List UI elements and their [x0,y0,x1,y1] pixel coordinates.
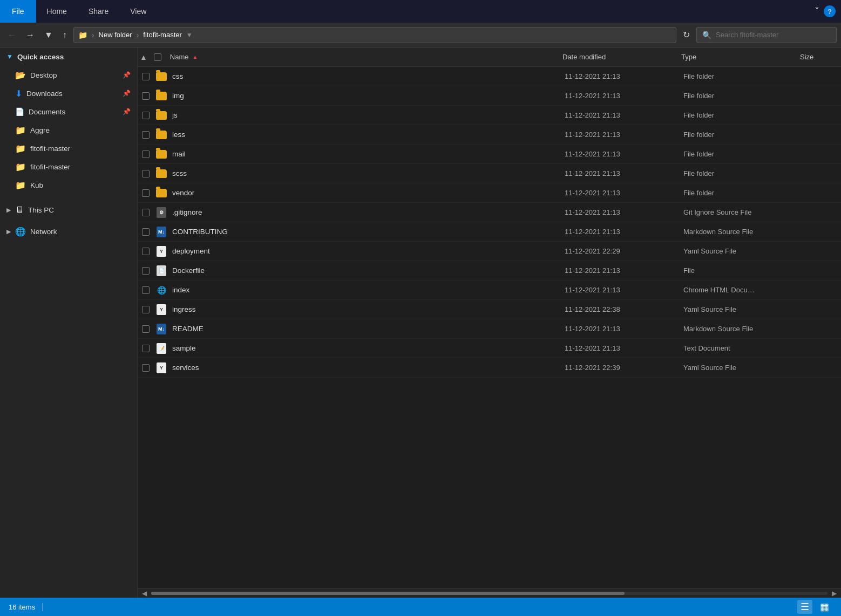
row-checkbox[interactable] [142,248,150,255]
row-file-type: File folder [679,92,798,100]
row-date-modified: 11-12-2021 21:13 [560,169,679,177]
hscroll-track[interactable] [151,592,828,595]
details-view-button[interactable]: ☰ [797,600,812,614]
statusbar-right: ☰ ▦ [797,600,832,614]
table-row[interactable]: img 11-12-2021 21:13 File folder [138,86,841,106]
row-checkbox[interactable] [142,267,150,275]
ribbon-file-tab[interactable]: File [0,0,36,23]
sidebar-item-fitofit2[interactable]: 📁 fitofit-master [0,158,137,176]
row-checkbox-cell[interactable] [138,112,154,119]
sidebar-item-quick-access[interactable]: ▼ Quick access [0,47,137,66]
ribbon-view-tab[interactable]: View [119,0,157,23]
table-row[interactable]: ⚙ .gitignore 11-12-2021 21:13 Git Ignore… [138,203,841,222]
row-checkbox[interactable] [142,73,150,80]
table-row[interactable]: css 11-12-2021 21:13 File folder [138,67,841,86]
table-row[interactable]: M↓ CONTRIBUTING 11-12-2021 21:13 Markdow… [138,222,841,242]
row-checkbox[interactable] [142,228,150,236]
row-checkbox-cell[interactable] [138,131,154,139]
row-checkbox[interactable] [142,325,150,333]
row-checkbox[interactable] [142,92,150,100]
row-checkbox-cell[interactable] [138,286,154,294]
hscroll-left-button[interactable]: ◀ [140,590,149,597]
row-filename: mail [169,150,560,158]
row-file-type: File folder [679,111,798,119]
sort-indicator-icon: ▲ [193,54,198,60]
row-checkbox[interactable] [142,286,150,294]
ribbon-chevron-icon[interactable]: ˅ [815,5,819,17]
search-input[interactable] [716,31,831,39]
row-checkbox-cell[interactable] [138,325,154,333]
row-checkbox-cell[interactable] [138,248,154,255]
column-header-type[interactable]: Type [677,53,796,61]
table-row[interactable]: 📝 sample 11-12-2021 21:13 Text Document [138,339,841,358]
column-toggle-icon[interactable]: ▲ [140,53,147,61]
table-row[interactable]: Y services 11-12-2021 22:39 Yaml Source … [138,358,841,378]
row-checkbox-cell[interactable] [138,228,154,236]
row-checkbox[interactable] [142,209,150,216]
breadcrumb-bar[interactable]: 📁 › New folder › fitofit-master ▼ [73,27,676,43]
row-file-type: File folder [679,189,798,197]
hscroll-thumb[interactable] [151,592,625,595]
sidebar-item-aggre[interactable]: 📁 Aggre [0,121,137,139]
row-checkbox-cell[interactable] [138,73,154,80]
table-row[interactable]: 📄 Dockerfile 11-12-2021 21:13 File [138,261,841,280]
statusbar: 16 items | ☰ ▦ [0,598,841,616]
up-button[interactable]: ↑ [59,28,70,42]
row-checkbox[interactable] [142,345,150,352]
breadcrumb-expand-icon[interactable]: ▼ [186,31,193,39]
row-checkbox-cell[interactable] [138,92,154,100]
refresh-button[interactable]: ↻ [680,28,693,42]
row-checkbox[interactable] [142,112,150,119]
table-row[interactable]: Y ingress 11-12-2021 22:38 Yaml Source F… [138,300,841,319]
row-checkbox-cell[interactable] [138,150,154,158]
breadcrumb-fitofit[interactable]: fitofit-master [143,31,182,39]
hscroll-right-button[interactable]: ▶ [830,590,839,597]
table-row[interactable]: M↓ README 11-12-2021 21:13 Markdown Sour… [138,319,841,339]
row-checkbox[interactable] [142,131,150,139]
sidebar-item-kub[interactable]: 📁 Kub [0,176,137,194]
row-checkbox-cell[interactable] [138,170,154,177]
breadcrumb-new-folder[interactable]: New folder [99,31,132,39]
ribbon-home-tab[interactable]: Home [36,0,78,23]
forward-button[interactable]: → [23,28,38,42]
table-row[interactable]: 🌐 index 11-12-2021 21:13 Chrome HTML Doc… [138,280,841,300]
row-checkbox[interactable] [142,189,150,197]
aggre-folder-icon: 📁 [15,125,26,135]
row-checkbox-cell[interactable] [138,364,154,372]
recent-locations-button[interactable]: ▼ [41,28,56,42]
row-checkbox[interactable] [142,170,150,177]
column-header-size[interactable]: Size [796,53,839,61]
table-row[interactable]: mail 11-12-2021 21:13 File folder [138,145,841,164]
row-checkbox[interactable] [142,364,150,372]
sidebar-item-network[interactable]: ▶ 🌐 Network [0,222,137,241]
sidebar-item-this-pc[interactable]: ▶ 🖥 This PC [0,201,137,219]
table-row[interactable]: scss 11-12-2021 21:13 File folder [138,164,841,183]
row-checkbox-cell[interactable] [138,189,154,197]
row-checkbox-cell[interactable] [138,306,154,313]
sidebar-item-fitofit1[interactable]: 📁 fitofit-master [0,139,137,158]
row-checkbox[interactable] [142,150,150,158]
column-header-name[interactable]: Name ▲ [166,53,558,61]
row-checkbox-cell[interactable] [138,267,154,275]
row-checkbox-cell[interactable] [138,209,154,216]
ribbon-help-icon[interactable]: ? [824,5,836,17]
sidebar-item-documents[interactable]: 📄 Documents 📌 [0,102,137,121]
row-date-modified: 11-12-2021 21:13 [560,344,679,352]
table-row[interactable]: less 11-12-2021 21:13 File folder [138,125,841,145]
row-filename: deployment [169,247,560,255]
back-button[interactable]: ← [4,28,19,42]
ribbon-share-tab[interactable]: Share [78,0,119,23]
large-icons-view-button[interactable]: ▦ [817,600,832,614]
sidebar-item-downloads[interactable]: ⬇ Downloads 📌 [0,84,137,102]
row-checkbox-cell[interactable] [138,345,154,352]
header-checkbox[interactable] [154,53,161,61]
table-row[interactable]: js 11-12-2021 21:13 File folder [138,106,841,125]
table-row[interactable]: vendor 11-12-2021 21:13 File folder [138,183,841,203]
column-header-date[interactable]: Date modified [558,53,677,61]
horizontal-scrollbar[interactable]: ◀ ▶ [138,588,841,598]
sidebar-item-desktop[interactable]: 📂 Desktop 📌 [0,66,137,84]
row-checkbox[interactable] [142,306,150,313]
row-icon-cell: 📄 [154,265,169,276]
search-bar[interactable]: 🔍 [696,27,837,43]
table-row[interactable]: Y deployment 11-12-2021 22:29 Yaml Sourc… [138,242,841,261]
